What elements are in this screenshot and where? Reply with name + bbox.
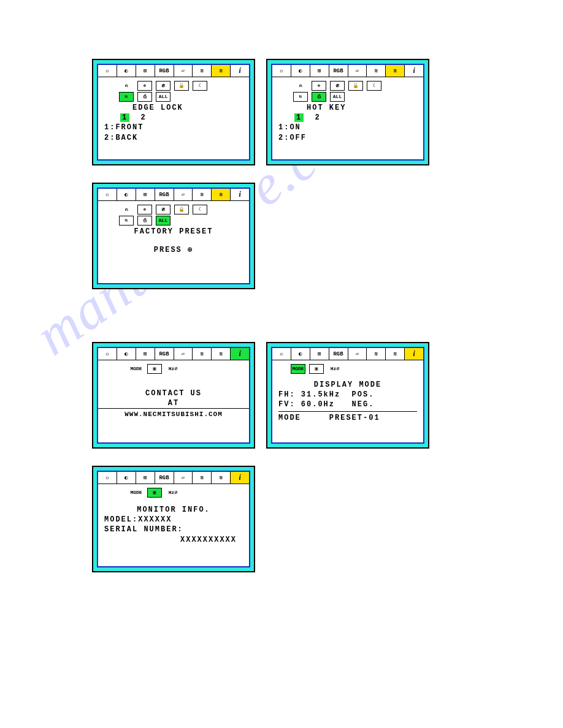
tab-info[interactable]: i	[231, 189, 249, 200]
tab-brightness[interactable]: ☼	[98, 189, 117, 200]
tab-brightness[interactable]: ☼	[98, 348, 117, 360]
tab-geometry[interactable]: ⊞	[310, 348, 329, 360]
lock-icon[interactable]: 🔒	[174, 81, 189, 91]
sub-icon-row-1: ⎌ ✥ ⎚ 🔒 ☾	[119, 205, 243, 214]
tab-rgb[interactable]: RGB	[155, 472, 174, 483]
sub-icon-row-2: ⇆ ⎙ ALL	[293, 92, 417, 102]
tab-tools2[interactable]: ≋	[212, 65, 231, 77]
tab-tools2[interactable]: ≋	[386, 348, 405, 360]
tab-contrast[interactable]: ◐	[291, 65, 310, 77]
panel-display-mode: ☼ ◐ ⊞ RGB ▱ ≋ ≋ i MODE ▣ Hz⌀ DISPLAY MOD…	[266, 342, 431, 449]
lock-icon[interactable]: 🔒	[174, 205, 189, 214]
sub-icon-row-2: ⇆ ⎙ ALL	[119, 92, 243, 102]
tab-screen[interactable]: ▱	[348, 65, 367, 77]
sleep-icon[interactable]: ☾	[367, 81, 381, 91]
position-icon[interactable]: ✥	[312, 81, 326, 91]
tab-bar: ☼ ◐ ⊞ RGB ▱ ≋ ≋ i	[272, 65, 423, 77]
tab-rgb[interactable]: RGB	[329, 65, 348, 77]
osd-panels-grid: ☼ ◐ ⊞ RGB ▱ ≋ ≋ i ⎌ ✥ ⎚ 🔒 ☾ ⇆ ⎙	[92, 59, 431, 572]
mode-icon[interactable]: ▣	[147, 488, 162, 498]
tab-tools2[interactable]: ≋	[386, 65, 405, 77]
mode-label: MODE	[129, 364, 144, 374]
osd-off-icon[interactable]: ⎚	[330, 81, 345, 91]
tab-brightness[interactable]: ☼	[272, 348, 291, 360]
lock-icon[interactable]: 🔒	[348, 81, 363, 91]
tab-tools2[interactable]: ≋	[212, 348, 231, 360]
position-icon[interactable]: ✥	[137, 81, 152, 91]
tab-contrast[interactable]: ◐	[117, 189, 136, 200]
tab-rgb[interactable]: RGB	[155, 65, 174, 77]
tab-tools1[interactable]: ≋	[367, 65, 386, 77]
tab-screen[interactable]: ▱	[174, 472, 193, 483]
tab-tools1[interactable]: ≋	[193, 189, 212, 200]
osd-off-icon[interactable]: ⎚	[156, 205, 170, 214]
tab-info[interactable]: i	[231, 65, 249, 77]
tab-screen[interactable]: ▱	[348, 348, 367, 360]
tab-screen[interactable]: ▱	[174, 348, 193, 360]
tab-geometry[interactable]: ⊞	[136, 472, 155, 483]
tab-screen[interactable]: ▱	[174, 65, 193, 77]
tab-bar: ☼ ◐ ⊞ RGB ▱ ≋ ≋ i	[272, 348, 423, 360]
tab-contrast[interactable]: ◐	[117, 472, 136, 483]
hotkey-icon[interactable]: ⎙	[137, 216, 152, 226]
hotkey-icon[interactable]: ⎙	[312, 92, 326, 102]
hz-label: Hz⌀	[166, 364, 180, 374]
tab-info[interactable]: i	[231, 348, 249, 360]
tab-rgb[interactable]: RGB	[155, 348, 174, 360]
reset-icon[interactable]: ALL	[156, 92, 170, 102]
option-2[interactable]: 2	[315, 113, 321, 122]
language-icon[interactable]: ⎌	[293, 81, 308, 91]
tab-tools1[interactable]: ≋	[367, 348, 386, 360]
reset-icon[interactable]: ALL	[330, 92, 345, 102]
mode-icon[interactable]: ▣	[147, 364, 162, 374]
edgelock-icon[interactable]: ⇆	[119, 216, 134, 226]
tab-info[interactable]: i	[231, 472, 249, 483]
tab-brightness[interactable]: ☼	[98, 472, 117, 483]
tab-bar: ☼ ◐ ⊞ RGB ▱ ≋ ≋ i	[98, 472, 249, 484]
language-icon[interactable]: ⎌	[119, 205, 134, 214]
osd-off-icon[interactable]: ⎚	[156, 81, 170, 91]
panel-factory-preset: ☼ ◐ ⊞ RGB ▱ ≋ ≋ i ⎌ ✥ ⎚ 🔒 ☾ ⇆ ⎙	[92, 183, 256, 289]
tab-brightness[interactable]: ☼	[98, 65, 117, 77]
tab-contrast[interactable]: ◐	[117, 348, 136, 360]
tab-tools1[interactable]: ≋	[193, 65, 212, 77]
language-icon[interactable]: ⎌	[119, 81, 134, 91]
tab-info[interactable]: i	[405, 348, 423, 360]
tab-contrast[interactable]: ◐	[117, 65, 136, 77]
panel-title: DISPLAY MODE	[278, 380, 417, 390]
tab-rgb[interactable]: RGB	[329, 348, 348, 360]
tab-contrast[interactable]: ◐	[291, 348, 310, 360]
contact-at: AT	[104, 398, 243, 408]
tab-tools1[interactable]: ≋	[193, 472, 212, 483]
tab-geometry[interactable]: ⊞	[136, 189, 155, 200]
tab-geometry[interactable]: ⊞	[136, 348, 155, 360]
tab-tools1[interactable]: ≋	[193, 348, 212, 360]
tab-info[interactable]: i	[405, 65, 423, 77]
mode-icon[interactable]: ▣	[309, 364, 324, 374]
tab-geometry[interactable]: ⊞	[136, 65, 155, 77]
tab-brightness[interactable]: ☼	[272, 65, 291, 77]
tab-tools2[interactable]: ≋	[212, 472, 231, 483]
panel-content: MODE ▣ Hz⌀ MONITOR INFO. MODEL:XXXXXX SE…	[98, 484, 249, 550]
edgelock-icon[interactable]: ⇆	[293, 92, 308, 102]
panel-hot-key: ☼ ◐ ⊞ RGB ▱ ≋ ≋ i ⎌ ✥ ⎚ 🔒 ☾ ⇆ ⎙	[266, 59, 431, 165]
option-1[interactable]: 1	[120, 113, 129, 122]
sub-icon-row-1: ⎌ ✥ ⎚ 🔒 ☾	[119, 81, 243, 91]
panel-contact-us: ☼ ◐ ⊞ RGB ▱ ≋ ≋ i MODE ▣ Hz⌀ CONTACT US …	[92, 342, 256, 449]
tab-rgb[interactable]: RGB	[155, 189, 174, 200]
reset-icon[interactable]: ALL	[156, 216, 170, 226]
sleep-icon[interactable]: ☾	[193, 81, 207, 91]
tab-tools2[interactable]: ≋	[212, 189, 231, 200]
edgelock-icon[interactable]: ⇆	[119, 92, 134, 102]
press-action[interactable]: PRESS ⊕	[104, 245, 243, 255]
tab-screen[interactable]: ▱	[174, 189, 193, 200]
tab-geometry[interactable]: ⊞	[310, 65, 329, 77]
legend-2: 2:OFF	[278, 133, 417, 143]
option-1[interactable]: 1	[294, 113, 304, 122]
sleep-icon[interactable]: ☾	[193, 205, 207, 214]
position-icon[interactable]: ✥	[137, 205, 152, 214]
mode-label[interactable]: MODE	[291, 364, 305, 374]
option-2[interactable]: 2	[141, 113, 147, 122]
hotkey-icon[interactable]: ⎙	[137, 92, 152, 102]
option-row: 1 2	[120, 113, 243, 123]
